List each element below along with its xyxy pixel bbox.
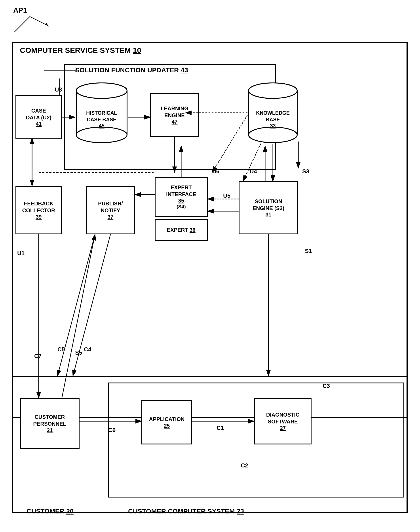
c1-label: C1 [217, 424, 224, 431]
customer-bottom-label: CUSTOMER 20 [27, 507, 74, 515]
u5-label: U5 [223, 192, 230, 199]
sfu-label: SOLUTION FUNCTION UPDATER 43 [75, 66, 188, 74]
c6-label: C6 [108, 427, 116, 434]
knowledge-base: KNOWLEDGEBASE 33 [247, 82, 298, 144]
svg-point-13 [249, 127, 297, 143]
page-container: AP1 COMPUTER SERVICE SYSTEM 10 SOLUTION … [0, 0, 420, 532]
c5-label: C5 [58, 346, 65, 353]
solution-engine-box: SOLUTIONENGINE (S2) 31 [239, 181, 298, 235]
learning-engine-box: LEARNINGENGINE 47 [150, 93, 199, 137]
svg-point-14 [249, 83, 297, 98]
ap1-arrow [10, 12, 54, 39]
c7-label: C7 [34, 353, 42, 360]
svg-point-8 [76, 83, 127, 98]
u4-label: U4 [250, 168, 257, 175]
publish-notify-box: PUBLISH/NOTIFY 37 [86, 186, 135, 235]
application-box: APPLICATION 25 [141, 400, 192, 444]
historical-case-base: HISTORICALCASE BASE 45 [75, 82, 128, 144]
diagnostic-software-box: DIAGNOSTICSOFTWARE 27 [254, 398, 312, 444]
svg-marker-2 [45, 23, 49, 27]
u6-label: U6 [212, 168, 219, 175]
s5-label: S5 [75, 349, 82, 356]
main-system-label: COMPUTER SERVICE SYSTEM 10 [20, 46, 141, 55]
svg-line-1 [30, 16, 47, 25]
ccs-bottom-label: CUSTOMER COMPUTER SYSTEM 23 [128, 507, 244, 515]
svg-line-0 [14, 16, 30, 32]
feedback-collector-box: FEEDBACKCOLLECTOR 39 [15, 186, 62, 235]
expert-box: EXPERT 36 [155, 219, 208, 241]
c4-label: C4 [84, 346, 91, 353]
u1-label: U1 [17, 250, 25, 257]
customer-personnel-box: CUSTOMERPERSONNEL 21 [20, 398, 79, 449]
svg-point-7 [76, 127, 127, 143]
c3-label: C3 [323, 383, 330, 389]
u3-label: U3 [55, 86, 62, 93]
s1-label: S1 [305, 248, 312, 254]
expert-interface-box: EXPERTINTERFACE 35 (S4) [155, 177, 208, 217]
s3-label: S3 [302, 168, 309, 175]
c2-label: C2 [241, 462, 248, 469]
case-data-box: CASEDATA (U2) 41 [15, 95, 62, 139]
